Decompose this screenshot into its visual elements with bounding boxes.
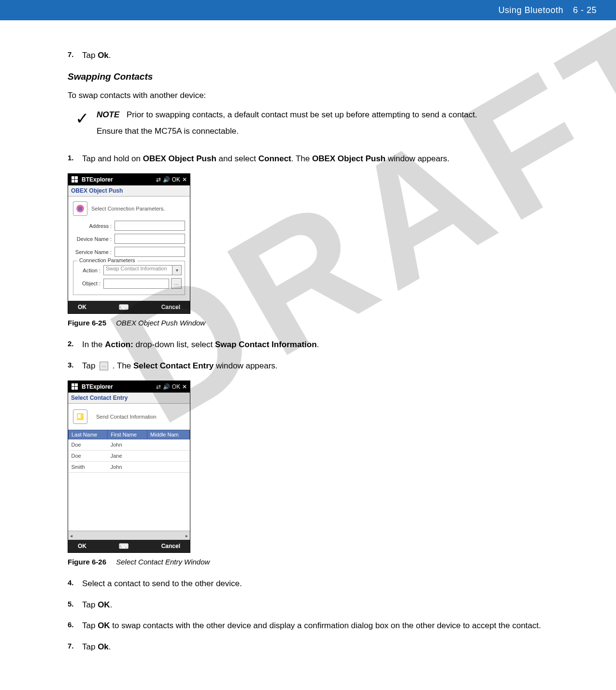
connection-icon	[73, 201, 87, 216]
step-num: 5.	[68, 599, 82, 611]
action-dropdown[interactable]: Swap Contact Information ▾	[103, 265, 182, 275]
fig-label: Figure 6-26	[68, 558, 106, 566]
keyboard-icon[interactable]: ⌨	[119, 542, 129, 550]
text: drop-down list, select	[133, 340, 215, 349]
table-row[interactable]: Smith John	[69, 462, 190, 473]
text: . The	[291, 154, 312, 163]
ok-button[interactable]: OK	[78, 304, 86, 310]
svg-rect-3	[75, 180, 78, 183]
heading-swapping-contacts: Swapping Contacts	[68, 71, 551, 82]
cell: John	[108, 439, 147, 451]
col-middle-name[interactable]: Middle Nam	[147, 430, 190, 439]
svg-rect-0	[72, 176, 74, 179]
contacts-table: Last Name First Name Middle Nam Doe John…	[68, 430, 190, 473]
note-label: NOTE	[97, 110, 119, 119]
text: .	[109, 642, 111, 651]
figure-25-caption: Figure 6-25 OBEX Object Push Window	[68, 319, 551, 327]
keyboard-icon[interactable]: ⌨	[119, 303, 129, 311]
bold: Ok	[98, 51, 109, 60]
text: .	[110, 600, 113, 609]
step-4: 4. Select a contact to send to the other…	[68, 577, 551, 590]
scroll-right-icon[interactable]: ▸	[186, 533, 188, 538]
contact-icon	[73, 409, 87, 424]
ok-icon: OK	[172, 383, 180, 390]
note-line2: Ensure that the MC75A is connectable.	[97, 127, 551, 136]
object-input[interactable]	[103, 279, 169, 289]
step-2: 2. In the Action: drop-down list, select…	[68, 338, 551, 351]
text: window appears.	[386, 154, 449, 163]
step-body: Tap OK to swap contacts with the other d…	[82, 620, 551, 632]
intro-paragraph: To swap contacts with another device:	[68, 91, 551, 100]
step-body: Select a contact to send to the other de…	[82, 577, 551, 590]
figure-select-contact-window: BTExplorer ⇄ 🔊 OK ✕ Select Contact Entry…	[68, 380, 190, 553]
service-name-input[interactable]	[115, 247, 185, 257]
text: In the	[82, 340, 105, 349]
cancel-button[interactable]: Cancel	[161, 543, 180, 549]
ok-button[interactable]: OK	[78, 543, 86, 549]
title-bar: BTExplorer ⇄ 🔊 OK ✕	[68, 381, 190, 393]
close-icon: ✕	[182, 383, 187, 390]
figure-obex-push-window: BTExplorer ⇄ 🔊 OK ✕ OBEX Object Push Sel…	[68, 173, 190, 314]
figure-26-caption: Figure 6-26 Select Contact Entry Window	[68, 558, 551, 566]
device-name-input[interactable]	[115, 234, 185, 244]
table-row[interactable]: Doe Jane	[69, 451, 190, 462]
horizontal-scrollbar[interactable]: ◂ ▸	[68, 531, 190, 540]
step-5: 5. Tap OK.	[68, 599, 551, 611]
table-row[interactable]: Doe John	[69, 439, 190, 451]
bold: OBEX Object Push	[312, 154, 386, 163]
scroll-left-icon[interactable]: ◂	[70, 533, 72, 538]
address-input[interactable]	[115, 221, 185, 231]
field-object: Object : …	[76, 278, 182, 289]
chevron-down-icon[interactable]: ▾	[172, 265, 182, 275]
label: Device Name :	[73, 236, 112, 242]
text: Tap	[82, 600, 98, 609]
step-6: 6. Tap OK to swap contacts with the othe…	[68, 620, 551, 632]
step-num: 2.	[68, 338, 82, 351]
svg-rect-1	[75, 176, 78, 179]
step-body: Tap OK.	[82, 599, 551, 611]
signal-icon: ⇄	[156, 383, 161, 390]
volume-icon: 🔊	[163, 176, 170, 183]
step-7-prev: 7. Tap Ok.	[68, 49, 551, 62]
step-1: 1. Tap and hold on OBEX Object Push and …	[68, 153, 551, 165]
step-num: 3.	[68, 360, 82, 372]
cancel-button[interactable]: Cancel	[161, 304, 180, 310]
page-header: Using Bluetooth 6 - 25	[0, 0, 616, 20]
browse-icon: …	[100, 362, 108, 370]
connection-row: Select Connection Parameters.	[73, 201, 185, 216]
send-text: Send Contact Information	[96, 414, 157, 420]
system-tray: ⇄ 🔊 OK ✕	[156, 176, 187, 183]
cell: John	[108, 462, 147, 473]
windows-flag-icon	[71, 383, 79, 391]
step-body: Tap Ok.	[82, 641, 551, 653]
svg-rect-7	[75, 383, 78, 386]
window-title: BTExplorer	[82, 383, 153, 390]
table-header-row: Last Name First Name Middle Nam	[69, 430, 190, 439]
step-3: 3. Tap … . The Select Contact Entry wind…	[68, 360, 551, 372]
page-content: DRAFT 7. Tap Ok. Swapping Contacts To sw…	[68, 20, 551, 653]
field-service: Service Name :	[73, 247, 185, 257]
note-body: NOTE Prior to swapping contacts, a defau…	[97, 110, 551, 143]
col-last-name[interactable]: Last Name	[69, 430, 108, 439]
browse-button[interactable]: …	[171, 278, 182, 289]
windows-flag-icon	[71, 176, 79, 183]
connection-text: Select Connection Parameters.	[91, 206, 165, 211]
step-num: 4.	[68, 577, 82, 590]
step-num: 6.	[68, 620, 82, 632]
window-title: BTExplorer	[82, 176, 153, 183]
bold: Ok	[98, 642, 109, 651]
checkmark-icon: ✓	[68, 110, 97, 143]
step-num: 7.	[68, 641, 82, 653]
step-num: 7.	[68, 49, 82, 62]
step-7: 7. Tap Ok.	[68, 641, 551, 653]
bold: OK	[98, 600, 110, 609]
subtitle: OBEX Object Push	[68, 185, 190, 197]
ok-icon: OK	[172, 176, 180, 183]
bold: Swap Contact Information	[215, 340, 317, 349]
text: window appears.	[214, 361, 277, 370]
col-first-name[interactable]: First Name	[108, 430, 147, 439]
svg-rect-5	[78, 207, 82, 211]
cell	[147, 451, 190, 462]
text: . The	[110, 361, 133, 370]
text: Tap and hold on	[82, 154, 143, 163]
